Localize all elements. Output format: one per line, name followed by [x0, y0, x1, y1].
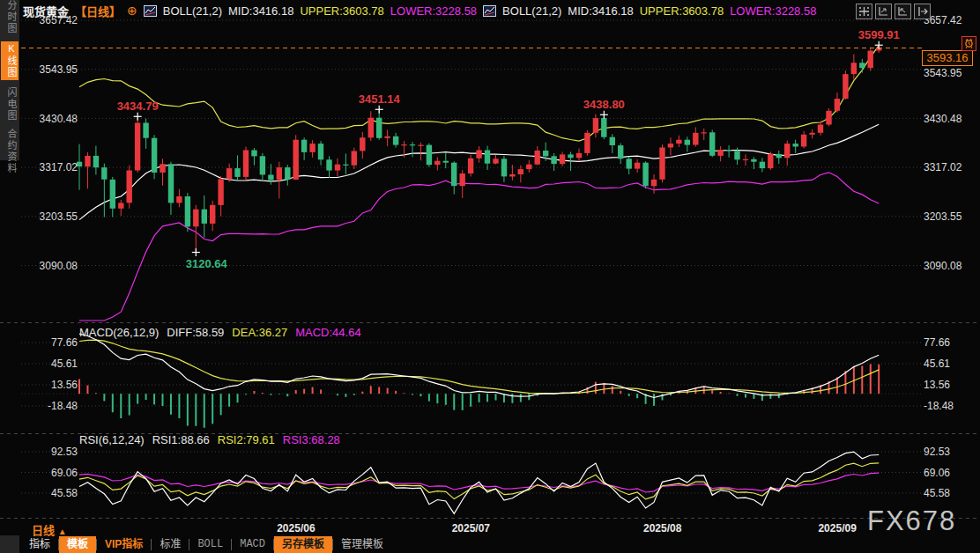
- toolbar-item-vip-indicators[interactable]: VIP指标: [97, 536, 151, 553]
- pan-icon[interactable]: [856, 4, 872, 19]
- chart-header: 现货黄金 【日线】 ⊕ BOLL(21,2) MID:3416.18 UPPER…: [23, 3, 816, 18]
- macd-value: MACD:44.64: [295, 326, 360, 339]
- kline-chart-window: 分时图 K线图 闪电图 合约资料 现货黄金 【日线】 ⊕ BOLL(21,2) …: [0, 0, 980, 553]
- x-axis-label-sep: 2025/09: [818, 522, 856, 535]
- rsi3-value: RSI3:68.28: [283, 433, 340, 446]
- price-axis-right-4: 3203.55: [924, 210, 961, 223]
- rsi1-value: RSI1:88.66: [152, 433, 210, 446]
- period-tag[interactable]: 【日线】: [75, 3, 121, 19]
- price-axis-left-5: 3090.08: [26, 260, 78, 272]
- toolbar-item-manage-templates[interactable]: 管理模板: [333, 536, 391, 553]
- indicator-toolbar: 指标 模板 VIP指标 标准 BOLL MACD 另存模板 管理模板: [21, 536, 391, 553]
- rsi-title-row: RSI(6,12,24) RSI1:88.66 RSI2:79.61 RSI3:…: [79, 433, 340, 446]
- boll-mid-2: MID:3416.18: [568, 4, 633, 18]
- rsi-axis-right-1: 69.06: [924, 467, 950, 479]
- axis-zoom-out-icon[interactable]: [895, 4, 911, 19]
- toolbar-item-indicators[interactable]: 指标: [21, 536, 58, 553]
- price-axis-right-1: 3543.95: [924, 67, 961, 79]
- sidebar-tab-lightning[interactable]: 闪电图: [1, 87, 19, 122]
- chart-canvas[interactable]: [0, 0, 980, 553]
- rsi-axis-right-2: 45.58: [924, 487, 950, 499]
- price-axis-left-0: 3657.42: [26, 14, 78, 26]
- price-axis-left-3: 3317.02: [26, 161, 78, 173]
- period-selector-label: 日线: [32, 524, 55, 537]
- chart-style-icon[interactable]: [144, 5, 157, 17]
- swing-high-label-3: 3438.80: [583, 98, 625, 111]
- boll-lower-2: LOWER:3228.58: [730, 4, 816, 18]
- swing-low-label: 3120.64: [186, 257, 227, 270]
- macd-axis-left-0: 77.66: [26, 336, 78, 349]
- rsi-axis-left-2: 45.58: [26, 487, 78, 499]
- boll-upper-1: UPPER:3603.78: [300, 4, 383, 18]
- macd-axis-right-2: 13.56: [924, 379, 950, 391]
- toolbar-item-templates[interactable]: 模板: [59, 536, 96, 553]
- exit-fullscreen-icon[interactable]: [914, 4, 931, 19]
- toolbar-item-save-template[interactable]: 另存模板: [274, 536, 332, 553]
- macd-params: MACD(26,12,9): [79, 326, 159, 339]
- boll-lower-1: LOWER:3228.58: [390, 4, 477, 18]
- boll-upper-2: UPPER:3603.78: [640, 4, 724, 18]
- macd-axis-right-3: -18.48: [924, 400, 954, 412]
- price-alert-icon[interactable]: [961, 36, 976, 51]
- chart-style-icon-2[interactable]: [483, 5, 496, 17]
- chart-toolbar: [856, 4, 931, 19]
- macd-axis-right-1: 45.61: [924, 358, 950, 370]
- macd-axis-left-2: 13.56: [26, 379, 78, 391]
- swing-high-label-1: 3434.79: [117, 100, 159, 113]
- macd-axis-left-1: 45.61: [26, 358, 78, 370]
- boll-name-2: BOLL(21,2): [502, 4, 561, 18]
- boll-name-1: BOLL(21,2): [163, 4, 222, 18]
- add-indicator-icon[interactable]: ⊕: [127, 4, 137, 18]
- swing-high-label-4: 3599.91: [858, 28, 900, 41]
- macd-axis-left-3: -18.48: [26, 400, 78, 412]
- price-axis-left-2: 3430.48: [26, 113, 78, 125]
- rsi-params: RSI(6,12,24): [79, 433, 145, 446]
- price-axis-right-2: 3430.48: [924, 113, 961, 125]
- sidebar-tab-kline[interactable]: K线图: [1, 41, 19, 80]
- rsi-axis-right-0: 92.53: [924, 446, 950, 458]
- macd-title-row: MACD(26,12,9) DIFF:58.59 DEA:36.27 MACD:…: [79, 326, 361, 339]
- sidebar-tab-contract-info[interactable]: 合约资料: [1, 129, 19, 174]
- current-price-badge: 3593.16: [922, 50, 973, 66]
- axis-zoom-in-icon[interactable]: [875, 4, 892, 19]
- toolbar-item-standard[interactable]: 标准: [152, 536, 189, 553]
- rsi-axis-left-1: 69.06: [26, 467, 78, 479]
- chevron-up-icon: ▲: [58, 527, 67, 536]
- swing-high-label-2: 3451.14: [359, 92, 400, 106]
- macd-dea-value: DEA:36.27: [232, 326, 287, 339]
- price-axis-left-1: 3543.95: [26, 63, 78, 76]
- macd-axis-right-0: 77.66: [924, 336, 950, 349]
- x-axis-label-jul: 2025/07: [452, 522, 490, 535]
- sidebar-bottom-corner: [0, 535, 19, 553]
- toolbar-item-boll[interactable]: BOLL: [189, 536, 231, 553]
- x-axis-label-aug: 2025/08: [643, 522, 681, 535]
- price-axis-right-5: 3090.08: [924, 260, 961, 272]
- x-axis-label-jun: 2025/06: [277, 522, 315, 535]
- toolbar-item-macd[interactable]: MACD: [232, 536, 273, 553]
- macd-diff-value: DIFF:58.59: [167, 326, 224, 339]
- fx678-watermark: FX678: [867, 505, 956, 537]
- chart-type-sidebar: 分时图 K线图 闪电图 合约资料: [0, 0, 19, 160]
- sidebar-tab-timeshare[interactable]: 分时图: [1, 0, 19, 34]
- price-axis-left-4: 3203.55: [26, 210, 78, 223]
- rsi-axis-left-0: 92.53: [26, 446, 78, 458]
- price-axis-right-3: 3317.02: [924, 161, 961, 173]
- rsi2-value: RSI2:79.61: [218, 433, 275, 446]
- boll-mid-1: MID:3416.18: [228, 4, 293, 18]
